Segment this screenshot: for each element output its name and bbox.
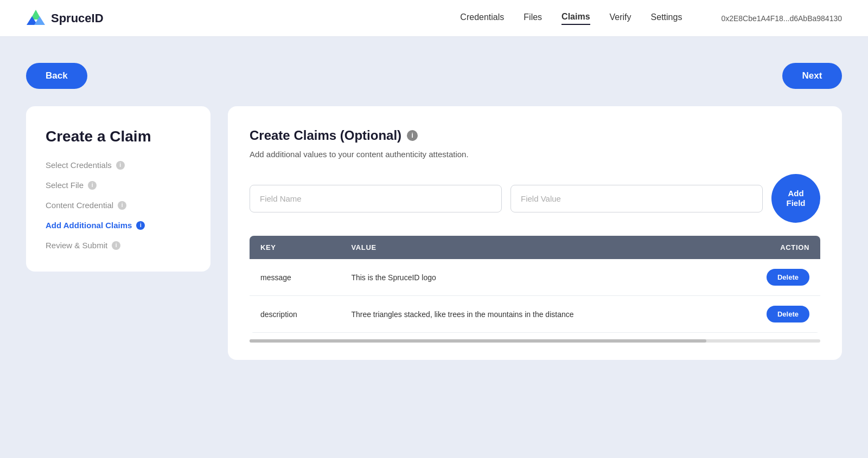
scroll-thumb	[250, 339, 706, 343]
step-info-icon-2: i	[118, 201, 126, 210]
col-key: KEY	[250, 236, 340, 259]
right-panel-info-icon: i	[407, 130, 418, 141]
wallet-address: 0x2E8Cbe1A4F18...d6AbBa984130	[721, 14, 842, 23]
field-value-input[interactable]	[510, 185, 763, 212]
scroll-hint	[250, 339, 820, 343]
step-info-icon-0: i	[116, 161, 125, 170]
left-panel: Create a Claim Select Credentials i Sele…	[26, 106, 210, 272]
right-panel-title: Create Claims (Optional)	[250, 128, 401, 143]
field-input-row: Add Field	[250, 174, 820, 223]
step-select-credentials: Select Credentials i	[46, 160, 191, 170]
field-name-input[interactable]	[250, 185, 502, 212]
step-info-icon-1: i	[88, 181, 97, 190]
brand-name: SpruceID	[51, 11, 104, 25]
delete-button-0[interactable]: Delete	[767, 269, 809, 286]
nav-verify[interactable]: Verify	[610, 12, 631, 24]
claims-table-wrapper: KEY VALUE ACTION message This is the Spr…	[250, 236, 820, 343]
step-review-submit: Review & Submit i	[46, 241, 191, 250]
step-list: Select Credentials i Select File i Conte…	[46, 160, 191, 250]
nav-links: Credentials Files Claims Verify Settings…	[460, 12, 842, 25]
row-key-0: message	[250, 259, 340, 296]
table-row: description Three triangles stacked, lik…	[250, 296, 820, 333]
navbar: SpruceID Credentials Files Claims Verify…	[0, 0, 868, 37]
step-label: Select Credentials	[46, 160, 112, 170]
add-field-button[interactable]: Add Field	[771, 174, 820, 223]
right-panel: Create Claims (Optional) i Add additiona…	[228, 106, 842, 360]
step-label: Select File	[46, 180, 84, 190]
row-value-1: Three triangles stacked, like trees in t…	[340, 296, 720, 333]
step-info-icon-3: i	[136, 221, 145, 230]
table-header-row: KEY VALUE ACTION	[250, 236, 820, 259]
nav-settings[interactable]: Settings	[651, 12, 682, 24]
col-value: VALUE	[340, 236, 720, 259]
right-panel-header: Create Claims (Optional) i	[250, 128, 820, 143]
row-value-0: This is the SpruceID logo	[340, 259, 720, 296]
right-panel-subtitle: Add additional values to your content au…	[250, 150, 820, 159]
main-columns: Create a Claim Select Credentials i Sele…	[26, 106, 842, 360]
step-label: Content Credential	[46, 201, 113, 210]
nav-files[interactable]: Files	[524, 12, 542, 24]
row-key-1: description	[250, 296, 340, 333]
left-panel-title: Create a Claim	[46, 128, 191, 145]
delete-button-1[interactable]: Delete	[767, 306, 809, 322]
col-action: ACTION	[720, 236, 820, 259]
step-content-credential: Content Credential i	[46, 201, 191, 210]
row-action-1: Delete	[720, 296, 820, 333]
step-info-icon-4: i	[112, 241, 120, 250]
logo-area: SpruceID	[26, 9, 460, 28]
step-select-file: Select File i	[46, 180, 191, 190]
table-row: message This is the SpruceID logo Delete	[250, 259, 820, 296]
row-action-0: Delete	[720, 259, 820, 296]
top-bar: Back Next	[26, 63, 842, 89]
step-add-claims: Add Additional Claims i	[46, 221, 191, 230]
step-label: Review & Submit	[46, 241, 107, 250]
back-button[interactable]: Back	[26, 63, 87, 89]
page-content: Back Next Create a Claim Select Credenti…	[0, 37, 868, 386]
spruceid-logo-icon	[26, 9, 46, 28]
nav-claims[interactable]: Claims	[561, 12, 590, 25]
step-label: Add Additional Claims	[46, 221, 132, 230]
nav-credentials[interactable]: Credentials	[460, 12, 504, 24]
claims-table: KEY VALUE ACTION message This is the Spr…	[250, 236, 820, 333]
next-button[interactable]: Next	[782, 63, 842, 89]
